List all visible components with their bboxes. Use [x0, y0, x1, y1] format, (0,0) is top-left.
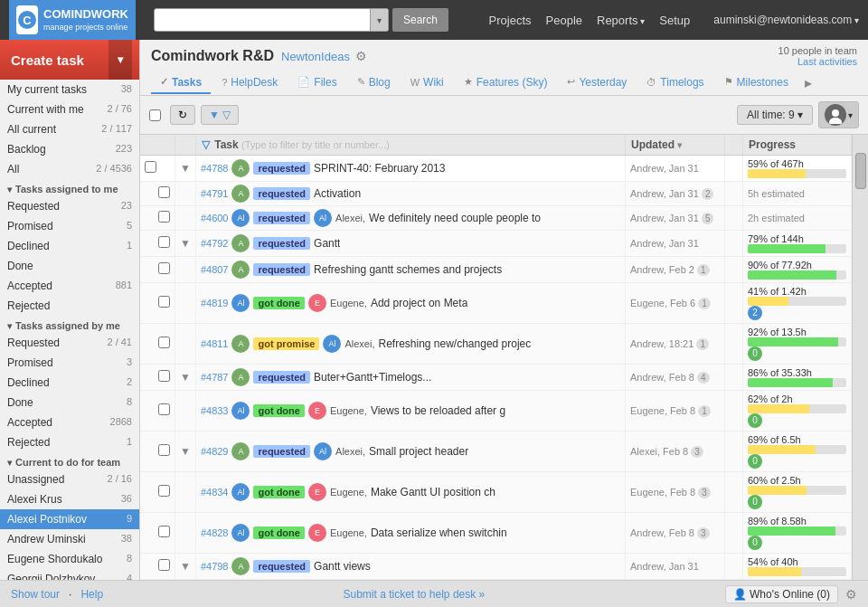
task-title[interactable]: SPRINT-40: February 2013: [314, 162, 445, 175]
row-checkbox[interactable]: [158, 186, 170, 198]
sidebar-item-assigned-by-me-promised[interactable]: Promised 3: [0, 353, 139, 373]
task-title[interactable]: Refreshing gantt schemes and projects: [314, 263, 502, 276]
task-id[interactable]: #4811: [201, 338, 229, 349]
task-title[interactable]: We definitely need couple people to: [369, 212, 541, 224]
user-email[interactable]: auminski@newtonideas.com: [713, 14, 859, 26]
nav-people[interactable]: People: [546, 14, 582, 27]
row-checkbox[interactable]: [158, 370, 170, 382]
search-input[interactable]: [155, 14, 370, 26]
row-checkbox[interactable]: [158, 236, 170, 248]
row-checkbox[interactable]: [158, 559, 170, 571]
sidebar-section-current-to-do[interactable]: Current to do for team: [0, 452, 139, 469]
sidebar-section-tasks-assigned-to-me[interactable]: Tasks assigned to me: [0, 179, 139, 196]
sidebar-item-assigned-by-me-requested[interactable]: Requested 2 / 41: [0, 333, 139, 353]
project-subtitle[interactable]: NewtonIdeas: [281, 50, 350, 63]
sidebar-item-alexei-postnikov[interactable]: Alexei Postnikov 9: [0, 509, 139, 529]
sidebar-item-georgii-dolzhykov[interactable]: Georgii Dolzhykov 4: [0, 569, 139, 580]
status-badge[interactable]: got done: [253, 486, 304, 498]
status-badge[interactable]: got promise: [253, 337, 319, 350]
sidebar-item-assigned-to-me-declined[interactable]: Declined 1: [0, 236, 139, 256]
status-badge[interactable]: got done: [253, 297, 304, 309]
sidebar-item-assigned-by-me-accepted[interactable]: Accepted 2868: [0, 413, 139, 432]
row-checkbox[interactable]: [158, 444, 170, 456]
status-badge[interactable]: requested: [253, 263, 310, 276]
task-id[interactable]: #4791: [201, 188, 229, 199]
row-checkbox[interactable]: [158, 296, 170, 308]
last-activities-link[interactable]: Last activities: [778, 56, 857, 67]
row-checkbox[interactable]: [158, 262, 170, 274]
select-all-checkbox[interactable]: [149, 109, 161, 121]
task-title[interactable]: Gantt views: [314, 560, 371, 573]
row-checkbox[interactable]: [158, 337, 170, 348]
task-id[interactable]: #4788: [201, 163, 229, 174]
logo-area[interactable]: C COMINDWORK manage projects online: [9, 0, 136, 40]
sidebar-item-my-current-tasks[interactable]: My current tasks 38: [0, 80, 139, 100]
help-link[interactable]: Help: [80, 588, 103, 601]
row-expand[interactable]: [175, 283, 196, 324]
sidebar-item-current-with-me[interactable]: Current with me 2 / 76: [0, 100, 139, 119]
status-badge[interactable]: got done: [253, 404, 304, 417]
task-id[interactable]: #4834: [201, 487, 229, 498]
tab-helpdesk[interactable]: ? HelpDesk: [212, 72, 287, 94]
sidebar-item-all-current[interactable]: All current 2 / 117: [0, 119, 139, 139]
search-dropdown-btn[interactable]: ▾: [370, 9, 388, 31]
row-expand[interactable]: [175, 580, 196, 581]
task-title[interactable]: Make Gantt UI position ch: [371, 486, 495, 498]
status-badge[interactable]: requested: [253, 237, 310, 250]
task-title[interactable]: Add project on Meta: [371, 297, 467, 309]
status-badge[interactable]: requested: [253, 162, 310, 175]
task-id[interactable]: #4798: [201, 561, 229, 572]
row-expand[interactable]: ▼: [175, 554, 196, 580]
sidebar-item-andrew-uminski[interactable]: Andrew Uminski 38: [0, 529, 139, 549]
whos-online-panel[interactable]: 👤 Who's Online (0): [725, 585, 838, 603]
task-id[interactable]: #4807: [201, 264, 229, 275]
create-task-button[interactable]: Create task ▾: [0, 40, 139, 80]
tab-wiki[interactable]: W Wiki: [401, 72, 453, 94]
row-checkbox[interactable]: [145, 161, 156, 173]
col-updated[interactable]: Updated ▾: [626, 135, 725, 156]
tab-timelogs[interactable]: ⏱ Timelogs: [637, 72, 712, 94]
status-badge[interactable]: requested: [253, 560, 310, 573]
sidebar-item-assigned-to-me-accepted[interactable]: Accepted 881: [0, 276, 139, 296]
scrollbar-thumb[interactable]: [855, 153, 866, 189]
status-badge[interactable]: requested: [253, 187, 310, 200]
row-expand[interactable]: [175, 513, 196, 554]
row-expand[interactable]: [175, 324, 196, 365]
sidebar-item-assigned-by-me-done[interactable]: Done 8: [0, 393, 139, 413]
task-id[interactable]: #4828: [201, 527, 229, 538]
row-checkbox[interactable]: [158, 526, 170, 537]
settings-gear-icon[interactable]: ⚙: [845, 587, 857, 602]
sidebar-item-assigned-by-me-rejected[interactable]: Rejected 1: [0, 432, 139, 452]
row-checkbox[interactable]: [158, 485, 170, 497]
sidebar-item-eugene-shordukalo[interactable]: Eugene Shordukalo 8: [0, 549, 139, 569]
sidebar-item-assigned-to-me-done[interactable]: Done: [0, 256, 139, 276]
sidebar-item-assigned-by-me-declined[interactable]: Declined 2: [0, 373, 139, 393]
submit-ticket-link[interactable]: Submit a ticket to help desk »: [343, 588, 485, 601]
create-task-dropdown-arrow[interactable]: ▾: [108, 40, 132, 80]
row-expand[interactable]: ▼: [175, 231, 196, 257]
task-id[interactable]: #4833: [201, 405, 229, 416]
search-button[interactable]: Search: [392, 8, 448, 32]
row-expand[interactable]: ▼: [175, 432, 196, 472]
status-badge[interactable]: requested: [253, 212, 310, 224]
task-id[interactable]: #4819: [201, 298, 229, 308]
row-expand[interactable]: [175, 182, 196, 206]
task-title[interactable]: Small project header: [369, 445, 468, 458]
task-title[interactable]: Activation: [314, 187, 361, 200]
tab-yesterday[interactable]: ↩ Yesterday: [558, 72, 636, 94]
nav-projects[interactable]: Projects: [489, 14, 532, 27]
sidebar-item-all[interactable]: All 2 / 4536: [0, 159, 139, 179]
row-expand[interactable]: [175, 391, 196, 432]
task-title[interactable]: Data serialize when switchin: [371, 526, 507, 539]
task-title[interactable]: Buter+Gantt+Timelogs...: [314, 371, 431, 384]
tab-files[interactable]: 📄 Files: [288, 72, 345, 94]
sidebar-item-assigned-to-me-promised[interactable]: Promised 5: [0, 216, 139, 236]
row-checkbox[interactable]: [158, 403, 170, 415]
sidebar-section-tasks-assigned-by-me[interactable]: Tasks assigned by me: [0, 316, 139, 333]
status-badge[interactable]: requested: [253, 445, 310, 458]
task-id[interactable]: #4829: [201, 446, 229, 457]
task-id[interactable]: #4600: [201, 213, 229, 223]
nav-reports[interactable]: Reports: [597, 14, 645, 27]
task-title[interactable]: Refreshing new/changed projec: [378, 337, 531, 350]
tab-features[interactable]: ★ Features (Sky): [455, 72, 557, 94]
